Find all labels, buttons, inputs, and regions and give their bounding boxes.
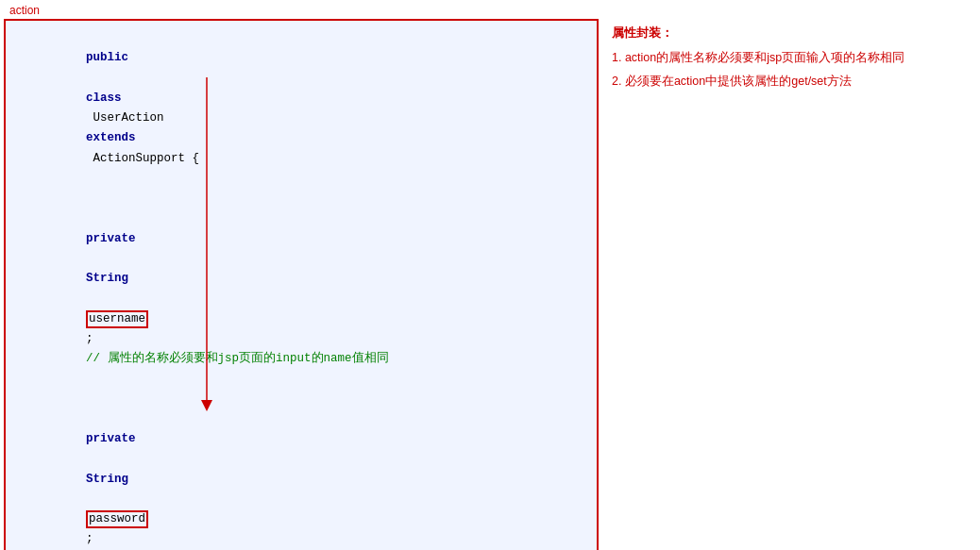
kw-class: class (86, 92, 122, 105)
annotation-panel: 属性封装： 1. action的属性名称必须要和jsp页面输入项的名称相同 2.… (608, 19, 929, 102)
code-line-1: public class UserAction extends ActionSu… (15, 28, 587, 189)
page-container: action public class UserAction extends A… (0, 0, 980, 550)
annotation-title: 属性封装： (612, 25, 925, 42)
code-line-2: private String username ; // 属性的名称必须要和js… (15, 189, 587, 390)
password-box: password (86, 510, 148, 528)
java-code-box: public class UserAction extends ActionSu… (4, 19, 599, 550)
annotation-item-2: 2. 必须要在action中提供该属性的get/set方法 (612, 73, 925, 91)
kw-extends: extends (86, 131, 136, 144)
username-box: username (86, 310, 148, 328)
main-row: public class UserAction extends ActionSu… (4, 19, 976, 550)
java-code-section: public class UserAction extends ActionSu… (4, 19, 599, 550)
action-label: action (4, 4, 976, 17)
kw-public: public (86, 51, 128, 64)
comment-1: // 属性的名称必须要和jsp页面的input的name值相同 (86, 352, 389, 365)
code-line-3: private String password ; (15, 390, 587, 551)
annotation-item-1: 1. action的属性名称必须要和jsp页面输入项的名称相同 (612, 49, 925, 67)
